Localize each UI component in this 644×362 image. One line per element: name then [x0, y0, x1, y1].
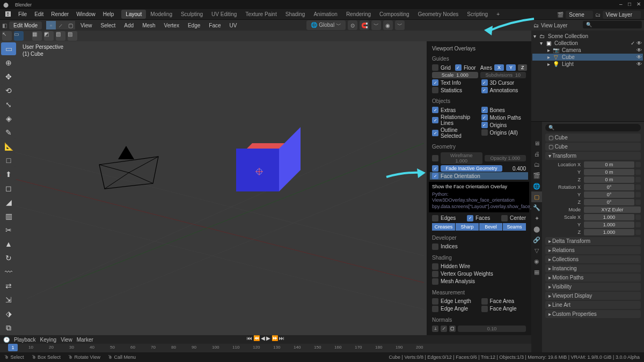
header-view[interactable]: View — [77, 21, 96, 29]
jump-start[interactable]: ⏮ — [247, 335, 252, 341]
check-annotations[interactable]: ✓ — [481, 87, 488, 93]
tl-view[interactable]: View — [61, 337, 72, 343]
panel-relations[interactable]: Relations — [545, 246, 641, 254]
check-rellines[interactable]: ✓ — [432, 117, 438, 123]
panel-custom[interactable]: Custom Properties — [545, 310, 641, 318]
vertex-select-mode[interactable]: ▫ — [46, 21, 56, 29]
tool-inset[interactable]: ◻ — [1, 182, 16, 195]
pivot-dropdown[interactable]: ⊙ — [348, 20, 357, 30]
panel-visibility[interactable]: Visibility — [545, 283, 641, 291]
menu-help[interactable]: Help — [100, 10, 118, 18]
outliner-light[interactable]: ▸💡Light👁 — [532, 61, 643, 68]
check-originsall[interactable] — [481, 129, 488, 136]
menu-window[interactable]: Window — [73, 10, 99, 18]
rot-z[interactable]: 0° — [584, 199, 634, 205]
normals-split[interactable]: ⟋ — [441, 326, 447, 332]
panel-instancing[interactable]: Instancing — [545, 264, 641, 272]
check-edgeangle[interactable] — [432, 306, 438, 312]
check-edgelength[interactable] — [432, 298, 438, 305]
tab-rendering[interactable]: Rendering — [342, 10, 375, 19]
ptab-output[interactable]: 🖨 — [531, 149, 542, 159]
tool-shear[interactable]: ⬗ — [1, 307, 16, 320]
scale-x[interactable]: 1.000 — [584, 214, 634, 220]
header-uv[interactable]: UV — [226, 21, 240, 29]
menu-edit[interactable]: Edit — [31, 10, 47, 18]
outliner-search[interactable]: 🔍 — [583, 21, 642, 28]
tool-loopcut[interactable]: ▥ — [1, 210, 16, 223]
outliner-camera[interactable]: ▸📷Camera👁 — [532, 47, 643, 54]
tab-shading[interactable]: Shading — [281, 10, 310, 19]
tab-animation[interactable]: Animation — [309, 10, 341, 19]
jump-end[interactable]: ⏭ — [279, 335, 284, 341]
panel-collections[interactable]: Collections — [545, 255, 641, 263]
viewlayer-name[interactable]: View Layer — [603, 11, 641, 19]
loc-x[interactable]: 0 m — [584, 161, 634, 168]
panel-viewportdisplay[interactable]: Viewport Display — [545, 292, 641, 300]
check-face-orientation[interactable]: ✓ — [432, 173, 438, 179]
check-textinfo[interactable]: ✓ — [432, 79, 438, 86]
orientation-dropdown[interactable]: 🌐 Global ﹀ — [306, 20, 345, 30]
ptab-render[interactable]: 🖥 — [531, 138, 542, 149]
snap-dropdown[interactable]: ﹀ — [371, 20, 381, 30]
ptab-data[interactable]: ▽ — [531, 245, 542, 256]
check-center[interactable] — [501, 215, 508, 221]
panel-motionpaths[interactable]: Motion Paths — [545, 274, 641, 282]
tl-marker[interactable]: Marker — [77, 337, 93, 343]
pill-seams[interactable]: Seams — [503, 223, 526, 231]
pill-bevel[interactable]: Bevel — [479, 223, 502, 231]
tool-icon[interactable]: ↖ — [2, 31, 12, 41]
tool-polybuild[interactable]: ▲ — [1, 238, 16, 250]
tab-geonodes[interactable]: Geometry Nodes — [414, 10, 463, 19]
props-crumb-mesh[interactable]: ▢ Cube — [545, 143, 641, 151]
tab-modeling[interactable]: Modeling — [146, 10, 177, 19]
scale-z[interactable]: 1.000 — [584, 229, 634, 235]
outliner-viewlayer[interactable]: View Layer — [541, 23, 567, 28]
tool-edgeslide[interactable]: ⇄ — [1, 279, 16, 292]
check-edges[interactable] — [432, 215, 438, 221]
tool-annotate[interactable]: ✎ — [1, 126, 16, 139]
ptab-material[interactable]: ◉ — [531, 256, 542, 267]
ptab-particles[interactable]: ✦ — [531, 213, 542, 224]
snap-toggle[interactable]: 🧲 — [360, 20, 369, 30]
check-bones[interactable]: ✓ — [481, 107, 488, 113]
play[interactable]: ▶ — [266, 335, 270, 341]
ptab-constraints[interactable]: 🔗 — [531, 234, 542, 245]
tab-texture[interactable]: Texture Paint — [241, 10, 281, 19]
pill-sharp[interactable]: Sharp — [456, 223, 479, 231]
ptab-world[interactable]: 🌐 — [531, 181, 542, 191]
tool-select-box[interactable]: ▭ — [1, 42, 16, 55]
check-faceangle[interactable] — [481, 306, 488, 312]
select-tool-icon[interactable]: ▭ — [14, 31, 24, 41]
header-add[interactable]: Add — [121, 21, 137, 29]
ptab-viewlayer[interactable]: 🗂 — [531, 159, 542, 170]
loc-z[interactable]: 0 m — [584, 176, 634, 183]
tool-smooth[interactable]: 〰 — [1, 265, 16, 278]
check-faces[interactable]: ✓ — [467, 215, 473, 221]
tab-uv[interactable]: UV Editing — [207, 10, 241, 19]
panel-transform[interactable]: Transform — [545, 152, 641, 160]
tool-measure[interactable]: 📐 — [1, 140, 16, 153]
proportional-dropdown[interactable]: ﹀ — [395, 20, 405, 30]
check-wireframe[interactable] — [432, 155, 438, 161]
check-origins[interactable]: ✓ — [481, 122, 488, 128]
check-hiddenwire[interactable] — [432, 263, 438, 270]
next-key[interactable]: ⏩ — [272, 335, 278, 341]
timeline-icon[interactable]: 🕑 — [3, 337, 10, 343]
maximize-button[interactable]: □ — [628, 1, 633, 6]
axis-z[interactable]: Z — [518, 64, 528, 71]
subdiv-field[interactable]: Subdivisions 10 — [480, 72, 526, 78]
editor-type-icon[interactable]: ◧ — [2, 23, 7, 28]
tool-move[interactable]: ✥ — [1, 70, 16, 83]
axis-x[interactable]: X — [494, 64, 504, 71]
ptab-texture[interactable]: ▦ — [531, 267, 542, 277]
tool-rotate[interactable]: ⟲ — [1, 84, 16, 97]
header-mesh[interactable]: Mesh — [139, 21, 158, 29]
minimize-button[interactable]: – — [619, 1, 625, 6]
mode-selector[interactable]: Edit Mode — [9, 21, 42, 29]
pill-creases[interactable]: Creases — [432, 223, 455, 231]
tl-keying[interactable]: Keying — [40, 337, 57, 343]
browse-scene-icon[interactable]: 🎬 — [557, 12, 564, 18]
normals-face[interactable]: ▢ — [449, 326, 456, 332]
rot-y[interactable]: 0° — [584, 191, 634, 198]
props-crumb-object[interactable]: ▢ Cube — [545, 134, 641, 142]
